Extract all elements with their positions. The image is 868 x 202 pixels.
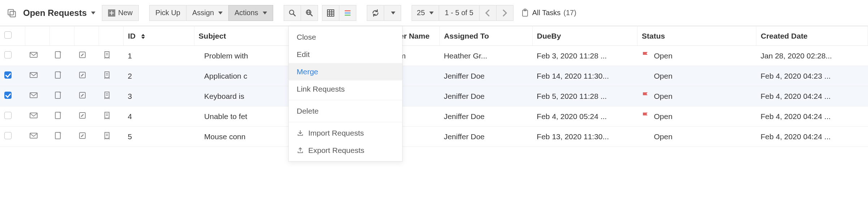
cell-assigned: Jeniffer Doe xyxy=(439,127,532,147)
row-checkbox[interactable] xyxy=(4,71,12,79)
prev-page-button[interactable] xyxy=(479,5,497,21)
actions-dropdown: Close Edit Merge Link Requests Delete Im… xyxy=(288,26,403,147)
caret-down-icon xyxy=(391,12,395,14)
actions-menu-link-requests[interactable]: Link Requests xyxy=(289,80,402,98)
table-row[interactable]: 5 Mouse conn m Jeniffer Doe Feb 13, 2020… xyxy=(0,127,868,147)
lines-icon xyxy=(344,9,352,17)
cell-dueby: Feb 4, 2020 05:24 ... xyxy=(532,106,637,127)
col-checkbox[interactable] xyxy=(0,26,25,46)
new-button[interactable]: New xyxy=(102,5,139,21)
pickup-button[interactable]: Pick Up xyxy=(149,5,186,21)
mail-icon[interactable] xyxy=(25,86,50,106)
mail-icon[interactable] xyxy=(25,106,50,127)
row-checkbox[interactable] xyxy=(4,112,12,119)
row-checkbox[interactable] xyxy=(4,132,12,139)
col-id[interactable]: ID xyxy=(124,26,194,46)
view-selector[interactable]: Open Requests xyxy=(23,8,95,18)
new-doc-icon[interactable] xyxy=(50,46,74,66)
toolbar: Open Requests New Pick Up Assign Actions xyxy=(0,0,868,26)
cell-dueby: Feb 3, 2020 11:28 ... xyxy=(532,46,637,66)
menu-divider xyxy=(289,100,402,100)
next-page-button[interactable] xyxy=(496,5,514,21)
refresh-button[interactable] xyxy=(367,5,384,21)
pickup-label: Pick Up xyxy=(155,9,180,17)
flag-icon xyxy=(642,91,649,101)
plus-icon xyxy=(108,9,115,17)
view-title-label: Open Requests xyxy=(23,8,87,18)
global-search-button[interactable] xyxy=(301,5,318,21)
search-button[interactable] xyxy=(284,5,301,21)
page-range-label: 1 - 5 of 5 xyxy=(445,9,473,17)
table-row[interactable]: 4 Unable to fet m Jeniffer Doe Feb 4, 20… xyxy=(0,106,868,127)
edit-icon[interactable] xyxy=(74,46,99,66)
actions-button[interactable]: Actions xyxy=(228,5,273,21)
table-icon xyxy=(327,9,335,17)
col-icon xyxy=(74,26,99,46)
menu-divider xyxy=(289,122,402,122)
assign-button[interactable]: Assign xyxy=(186,5,229,21)
status-text: Open xyxy=(654,132,673,141)
sort-icon xyxy=(141,34,145,39)
receipt-icon[interactable] xyxy=(99,127,124,147)
cell-id: 3 xyxy=(124,86,194,106)
receipt-icon[interactable] xyxy=(99,86,124,106)
mail-icon[interactable] xyxy=(25,46,50,66)
all-tasks-link[interactable]: All Tasks (17) xyxy=(521,9,576,17)
chevron-left-icon xyxy=(484,9,492,17)
actions-menu-merge[interactable]: Merge xyxy=(289,63,402,80)
row-checkbox[interactable] xyxy=(4,92,12,99)
caret-down-icon xyxy=(91,12,95,14)
edit-icon[interactable] xyxy=(74,66,99,86)
receipt-icon[interactable] xyxy=(99,66,124,86)
cell-created: Feb 4, 2020 04:23 ... xyxy=(756,66,868,86)
new-doc-icon[interactable] xyxy=(50,127,74,147)
receipt-icon[interactable] xyxy=(99,46,124,66)
mail-icon[interactable] xyxy=(25,66,50,86)
page-size-label: 25 xyxy=(417,9,425,17)
new-doc-icon[interactable] xyxy=(50,106,74,127)
mail-icon[interactable] xyxy=(25,127,50,147)
list-view-button[interactable] xyxy=(339,5,356,21)
actions-menu-delete[interactable]: Delete xyxy=(289,102,402,120)
cell-dueby: Feb 14, 2020 11:30... xyxy=(532,66,637,86)
cell-assigned: Jeniffer Doe xyxy=(439,86,532,106)
cell-assigned: Jeniffer Doe xyxy=(439,106,532,127)
col-icon xyxy=(25,26,50,46)
new-doc-icon[interactable] xyxy=(50,66,74,86)
chevron-right-icon xyxy=(501,9,509,17)
assign-label: Assign xyxy=(192,9,214,17)
table-header-row: ID Subject Requester Name Assigned To Du… xyxy=(0,26,868,46)
caret-down-icon xyxy=(429,12,434,14)
new-doc-icon[interactable] xyxy=(50,86,74,106)
actions-menu-export[interactable]: Export Requests xyxy=(289,142,402,147)
page-size-selector[interactable]: 25 xyxy=(412,5,439,21)
action-button-group: Pick Up Assign Actions xyxy=(150,5,273,21)
edit-icon[interactable] xyxy=(74,106,99,127)
cell-status: Open xyxy=(637,46,756,66)
table-row[interactable]: 1 Problem with er Graham Heather Gr... F… xyxy=(0,46,868,66)
refresh-icon xyxy=(371,9,379,17)
row-checkbox[interactable] xyxy=(4,51,12,58)
col-assigned[interactable]: Assigned To xyxy=(439,26,532,46)
table-row[interactable]: 3 Keyboard is m Jeniffer Doe Feb 5, 2020… xyxy=(0,86,868,106)
actions-menu-edit[interactable]: Edit xyxy=(289,46,402,63)
cell-created: Feb 4, 2020 04:24 ... xyxy=(756,127,868,147)
col-created[interactable]: Created Date xyxy=(756,26,868,46)
table-row[interactable]: 2 Application c m Jeniffer Doe Feb 14, 2… xyxy=(0,66,868,86)
actions-menu-close[interactable]: Close xyxy=(289,28,402,46)
receipt-icon[interactable] xyxy=(99,106,124,127)
select-all-checkbox[interactable] xyxy=(4,31,12,39)
actions-menu-import[interactable]: Import Requests xyxy=(289,124,402,142)
globe-search-icon xyxy=(305,9,313,17)
actions-label: Actions xyxy=(235,9,258,17)
cell-assigned: Heather Gr... xyxy=(439,46,532,66)
new-button-label: New xyxy=(118,9,133,17)
col-status[interactable]: Status xyxy=(637,26,756,46)
caret-down-icon xyxy=(263,12,267,14)
edit-icon[interactable] xyxy=(74,127,99,147)
refresh-options-button[interactable] xyxy=(384,5,401,21)
copy-icon[interactable] xyxy=(4,8,19,18)
table-view-button[interactable] xyxy=(322,5,339,21)
col-dueby[interactable]: DueBy xyxy=(532,26,637,46)
edit-icon[interactable] xyxy=(74,86,99,106)
